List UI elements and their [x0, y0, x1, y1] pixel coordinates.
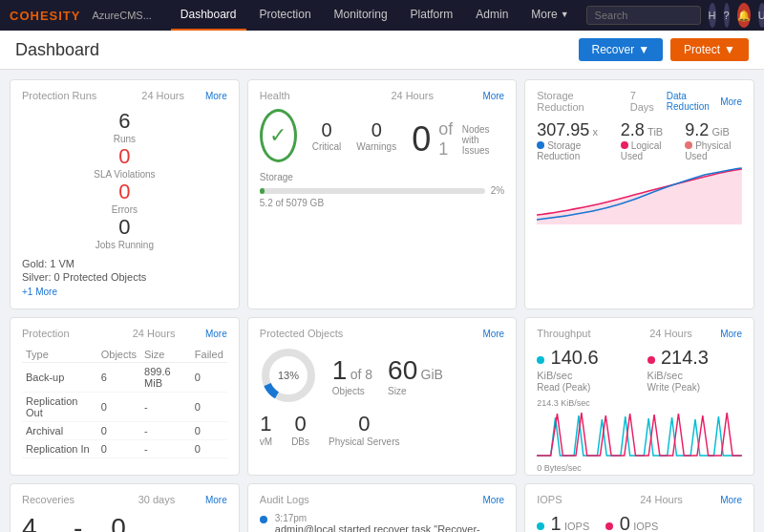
- protected-objects-row: 13% 1 of 8 Objects 60 GiB Size: [260, 347, 504, 404]
- header-buttons: Recover ▼ Protect ▼: [579, 38, 749, 61]
- protected-objects-more[interactable]: More: [482, 329, 504, 339]
- storage-reduction-title: Storage Reduction 7 Days Data Reduction …: [537, 90, 742, 113]
- cell-size: -: [140, 440, 191, 458]
- cell-failed: 0: [191, 422, 227, 440]
- data-reduction-tab[interactable]: Data Reduction: [667, 91, 720, 112]
- protected-objects-title: Protected Objects More: [260, 328, 504, 339]
- cell-size: 899.6 MiB: [140, 363, 191, 393]
- iops-read-metric: 1 IOPS Read (Peak): [537, 513, 590, 532]
- help-icon[interactable]: H: [709, 3, 716, 28]
- health-circle: ✓: [260, 109, 297, 162]
- objects-recovered: 4 Objects: [22, 513, 54, 532]
- iops-more[interactable]: More: [720, 495, 742, 505]
- audit-logs-card: Audit Logs More 3:17pm admin@local start…: [247, 483, 517, 532]
- iops-title: IOPS 24 Hours More: [537, 494, 742, 505]
- protection-runs-more[interactable]: More: [205, 91, 227, 101]
- nav-protection[interactable]: Protection: [250, 0, 321, 31]
- audit-item: 3:17pm admin@local started recover task …: [260, 513, 504, 532]
- storage-reduction-card: Storage Reduction 7 Days Data Reduction …: [524, 79, 754, 309]
- logo: COHESITY: [10, 9, 80, 23]
- protection-runs-card: Protection Runs 24 Hours More 6 Runs 0 S…: [10, 79, 240, 309]
- protected-objects-card: Protected Objects More 13% 1 of 8 Object…: [247, 317, 517, 476]
- col-size: Size: [140, 347, 191, 363]
- vm-count: 1 vM: [260, 412, 272, 447]
- recover-button[interactable]: Recover ▼: [579, 38, 664, 61]
- protection-table: Type Objects Size Failed Back-up6899.6 M…: [22, 347, 227, 458]
- health-stats: 0 Critical 0 Warnings: [312, 119, 396, 152]
- policy-silver: Silver: 0 Protected Objects: [22, 271, 227, 283]
- storage-reduction-more[interactable]: More: [720, 96, 742, 107]
- health-content: ✓ 0 Critical 0 Warnings 0 of 1 Nodes wit…: [260, 109, 504, 162]
- in-progress-metric: 0 In Progress: [111, 513, 159, 532]
- table-row: Archival0-0: [22, 422, 227, 440]
- audit-logs-more[interactable]: More: [482, 495, 504, 505]
- nav-platform[interactable]: Platform: [401, 0, 463, 31]
- cell-size: -: [140, 393, 191, 422]
- recoveries-card: Recoveries 30 days More 4 Objects - Size…: [10, 483, 240, 532]
- iops-metrics: 1 IOPS Read (Peak) 0 IOPS Write (Peak): [537, 513, 742, 532]
- protection-runs-title: Protection Runs 24 Hours More: [22, 90, 227, 101]
- cell-objects: 0: [97, 393, 140, 422]
- sla-violations-metric: 0 SLA Violations: [22, 144, 227, 180]
- nodes-issue: 0 of 1 Nodes with Issues: [412, 119, 504, 160]
- objects-size: 60 GiB Size: [388, 355, 443, 396]
- nav-monitoring[interactable]: Monitoring: [325, 0, 397, 31]
- cell-type: Replication Out: [22, 393, 97, 422]
- search-input[interactable]: [586, 6, 701, 25]
- cell-failed: 0: [191, 363, 227, 393]
- audit-logs-title: Audit Logs More: [260, 494, 504, 505]
- write-metric: 214.3 KiB/sec Write (Peak): [647, 347, 742, 393]
- critical-stat: 0 Critical: [312, 119, 342, 152]
- storage-reduction-chart: 150k 350k: [537, 167, 742, 224]
- page-header: Dashboard Recover ▼ Protect ▼: [0, 31, 764, 70]
- storage-reduction-metrics: 307.95 x Storage Reduction 2.8 TiB Logic…: [537, 120, 742, 161]
- protection-card: Protection 24 Hours More Type Objects Si…: [10, 317, 240, 476]
- throughput-more[interactable]: More: [720, 329, 742, 339]
- policies-more-link[interactable]: +1 More: [22, 287, 227, 297]
- cell-type: Back-up: [22, 363, 97, 393]
- svg-text:13%: 13%: [278, 370, 299, 381]
- top-navigation: COHESITY AzureCMS... Dashboard Protectio…: [0, 0, 764, 31]
- app-name: AzureCMS...: [92, 10, 151, 21]
- policies-section: Gold: 1 VM Silver: 0 Protected Objects +…: [22, 258, 227, 297]
- object-types: 1 vM 0 DBs 0 Physical Servers: [260, 412, 504, 447]
- protect-button[interactable]: Protect ▼: [670, 38, 749, 61]
- health-more[interactable]: More: [482, 91, 504, 101]
- phys-servers-count: 0 Physical Servers: [329, 412, 399, 447]
- table-row: Back-up6899.6 MiB0: [22, 363, 227, 393]
- iops-write-metric: 0 IOPS Write (Peak): [605, 513, 658, 532]
- cell-objects: 0: [97, 422, 140, 440]
- cell-failed: 0: [191, 440, 227, 458]
- protection-title: Protection 24 Hours More: [22, 328, 227, 339]
- health-title: Health 24 Hours More: [260, 90, 504, 101]
- cell-type: Archival: [22, 422, 97, 440]
- nav-admin[interactable]: Admin: [466, 0, 518, 31]
- throughput-card: Throughput 24 Hours More 140.6 KiB/sec R…: [524, 317, 754, 476]
- stor-reduction-metric: 307.95 x Storage Reduction: [537, 120, 609, 161]
- physical-used-metric: 9.2 GiB Physical Used: [685, 120, 742, 161]
- errors-metric: 0 Errors: [22, 180, 227, 215]
- alert-icon[interactable]: 🔔: [737, 3, 751, 28]
- nav-dashboard[interactable]: Dashboard: [171, 0, 246, 31]
- user-icon[interactable]: U: [758, 3, 764, 28]
- logical-used-metric: 2.8 TiB Logical Used: [621, 120, 673, 161]
- throughput-metrics: 140.6 KiB/sec Read (Peak) 214.3 KiB/sec …: [537, 347, 742, 393]
- throughput-title: Throughput 24 Hours More: [537, 328, 742, 339]
- dashboard-grid: Protection Runs 24 Hours More 6 Runs 0 S…: [0, 70, 764, 532]
- question-icon[interactable]: ?: [724, 3, 730, 28]
- health-card: Health 24 Hours More ✓ 0 Critical 0 Warn…: [247, 79, 517, 309]
- size-recovered: - Size: [74, 513, 92, 532]
- cell-failed: 0: [191, 393, 227, 422]
- iops-card: IOPS 24 Hours More 1 IOPS Read (Peak) 0 …: [524, 483, 754, 532]
- runs-metric: 6 Runs: [22, 109, 227, 144]
- col-failed: Failed: [191, 347, 227, 363]
- protection-more[interactable]: More: [205, 329, 227, 339]
- read-metric: 140.6 KiB/sec Read (Peak): [537, 347, 631, 393]
- recoveries-more[interactable]: More: [205, 495, 227, 505]
- cell-size: -: [140, 422, 191, 440]
- dbs-count: 0 DBs: [291, 412, 309, 447]
- cell-objects: 0: [97, 440, 140, 458]
- policy-gold: Gold: 1 VM: [22, 258, 227, 269]
- cell-type: Replication In: [22, 440, 97, 458]
- nav-more[interactable]: More▼: [521, 0, 578, 31]
